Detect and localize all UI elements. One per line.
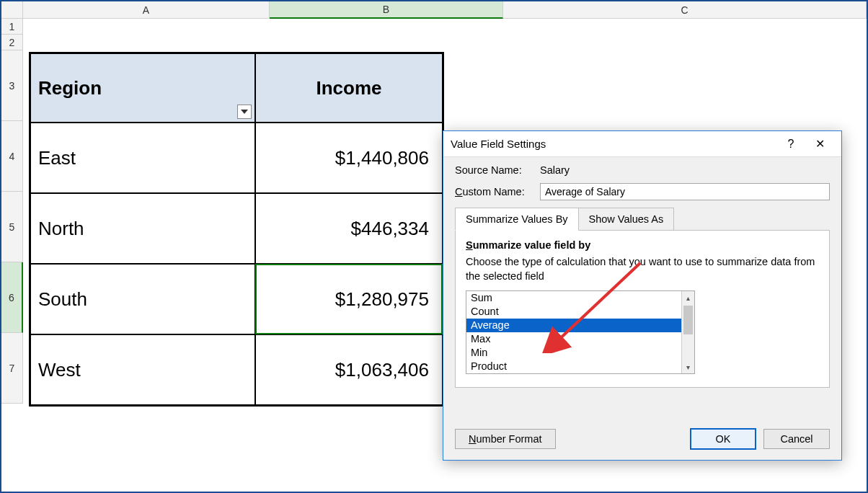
custom-name-label: Custom Name:: [455, 186, 540, 197]
row-header-1[interactable]: 1: [1, 19, 23, 35]
dialog-tabs: Summarize Values By Show Values As: [455, 208, 830, 231]
pivot-cell[interactable]: $1,440,806: [255, 123, 443, 193]
row-header-7[interactable]: 7: [1, 333, 23, 404]
source-name-label: Source Name:: [455, 164, 540, 176]
row-header-2[interactable]: 2: [1, 35, 23, 50]
col-header-C[interactable]: C: [503, 1, 867, 19]
pivot-header-income[interactable]: Income: [255, 53, 443, 123]
pivot-header-income-label: Income: [316, 77, 381, 99]
source-name-value: Salary: [540, 164, 570, 176]
row-headers: 1 2 3 4 5 6 7: [1, 19, 23, 404]
scroll-thumb[interactable]: [683, 306, 693, 334]
tab-panel-summarize: Summarize value field by Choose the type…: [455, 230, 830, 388]
row-header-3[interactable]: 3: [1, 50, 23, 121]
help-button[interactable]: ?: [776, 133, 805, 155]
summarize-heading: Summarize value field by: [466, 239, 819, 251]
pivot-cell[interactable]: South: [30, 264, 255, 334]
list-item-average[interactable]: Average: [466, 319, 681, 332]
pivot-table: Region Income East $1,440,806 North $446…: [29, 52, 444, 407]
select-all-corner[interactable]: [1, 1, 23, 19]
tab-show-values-as[interactable]: Show Values As: [578, 208, 675, 231]
row-header-5[interactable]: 5: [1, 192, 23, 262]
list-item-product[interactable]: Product: [466, 360, 681, 373]
scroll-up-icon[interactable]: ▴: [682, 291, 694, 304]
summarize-description: Choose the type of calculation that you …: [466, 255, 819, 283]
col-header-A[interactable]: A: [23, 1, 270, 19]
pivot-header-region[interactable]: Region: [30, 53, 255, 123]
close-button[interactable]: ✕: [805, 133, 834, 155]
list-item-max[interactable]: Max: [466, 332, 681, 346]
list-item-min[interactable]: Min: [466, 346, 681, 360]
list-item-count[interactable]: Count: [466, 305, 681, 319]
close-icon: ✕: [815, 137, 825, 151]
pivot-cell[interactable]: North: [30, 193, 255, 264]
scroll-down-icon[interactable]: ▾: [682, 360, 694, 373]
calculation-listbox[interactable]: Sum Count Average Max Min Product ▴ ▾: [466, 290, 695, 374]
dialog-titlebar[interactable]: Value Field Settings ? ✕: [443, 131, 841, 157]
col-header-B[interactable]: B: [270, 1, 503, 19]
pivot-cell[interactable]: East: [30, 123, 255, 193]
pivot-active-cell[interactable]: $1,280,975: [255, 264, 443, 334]
custom-name-input[interactable]: [540, 183, 830, 200]
list-item-sum[interactable]: Sum: [466, 291, 681, 305]
value-field-settings-dialog: Value Field Settings ? ✕ Source Name: Sa…: [443, 130, 842, 461]
row-header-6[interactable]: 6: [1, 262, 23, 333]
column-headers: A B C: [1, 1, 867, 19]
filter-dropdown-icon[interactable]: [237, 105, 252, 119]
listbox-scrollbar[interactable]: ▴ ▾: [681, 291, 694, 373]
ok-button[interactable]: OK: [690, 428, 756, 450]
tab-summarize-values-by[interactable]: Summarize Values By: [455, 208, 579, 231]
pivot-cell[interactable]: $1,063,406: [255, 334, 443, 405]
dialog-title: Value Field Settings: [451, 138, 776, 150]
number-format-button[interactable]: Number Format: [455, 429, 556, 449]
pivot-cell[interactable]: $446,334: [255, 193, 443, 264]
pivot-header-region-label: Region: [38, 77, 102, 99]
row-header-4[interactable]: 4: [1, 121, 23, 192]
cancel-button[interactable]: Cancel: [763, 429, 830, 449]
pivot-cell[interactable]: West: [30, 334, 255, 405]
